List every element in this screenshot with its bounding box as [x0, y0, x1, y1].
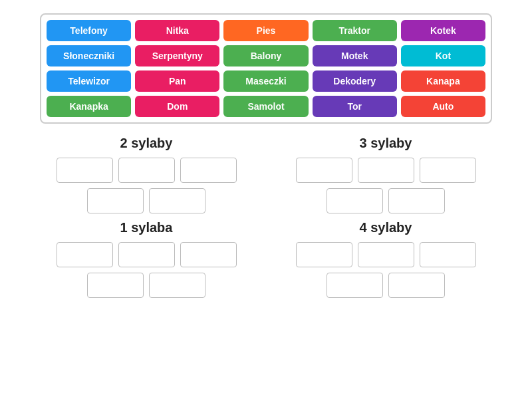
drop-slot[interactable]: [388, 273, 445, 298]
word-tile[interactable]: Auto: [401, 96, 485, 117]
drop-slot[interactable]: [388, 188, 445, 213]
drop-slot[interactable]: [327, 273, 383, 298]
drop-slot[interactable]: [118, 242, 175, 267]
drop-slot[interactable]: [180, 158, 237, 183]
drop-row: [40, 242, 253, 267]
drop-slot[interactable]: [296, 158, 352, 183]
word-tile[interactable]: Motek: [313, 45, 397, 66]
category-title-1sylaba: 1 sylaba: [120, 220, 173, 235]
word-tile[interactable]: Nitka: [135, 20, 219, 41]
word-tile[interactable]: Samolot: [223, 96, 308, 117]
category-2sylaby: 2 sylaby: [40, 136, 253, 213]
word-tile[interactable]: Maseczki: [223, 70, 308, 92]
word-tile[interactable]: Telewizor: [47, 70, 131, 92]
drop-slot[interactable]: [420, 158, 476, 183]
category-title-3sylaby: 3 sylaby: [360, 136, 412, 151]
word-tile[interactable]: Traktor: [313, 20, 397, 41]
drop-rows-3sylaby: [279, 158, 492, 213]
category-4sylaby: 4 sylaby: [279, 220, 492, 298]
drop-slot[interactable]: [118, 158, 175, 183]
drop-rows-1sylaba: [40, 242, 253, 298]
drop-slot[interactable]: [87, 273, 144, 298]
category-title-4sylaby: 4 sylaby: [360, 220, 412, 235]
drop-row: [279, 242, 492, 267]
drop-rows-2sylaby: [40, 158, 253, 213]
word-tile[interactable]: Kot: [401, 45, 485, 66]
word-tile[interactable]: Telefony: [47, 20, 131, 41]
word-tile[interactable]: Dekodery: [313, 70, 397, 92]
drop-row: [279, 188, 492, 213]
drop-row: [40, 158, 253, 183]
drop-row: [40, 273, 253, 298]
category-title-2sylaby: 2 sylaby: [120, 136, 173, 151]
drop-row: [279, 273, 492, 298]
drop-slot[interactable]: [180, 242, 237, 267]
word-tile[interactable]: Kanapa: [401, 70, 485, 92]
drop-slot[interactable]: [327, 188, 383, 213]
word-bank: TelefonyNitkaPiesTraktorKotekSłoneczniki…: [40, 13, 492, 124]
categories-area: 2 sylaby3 sylaby1 sylaba4 sylaby: [40, 136, 492, 298]
drop-slot[interactable]: [358, 158, 414, 183]
word-tile[interactable]: Pan: [135, 70, 219, 92]
word-tile[interactable]: Pies: [223, 20, 308, 41]
drop-row: [40, 188, 253, 213]
word-tile[interactable]: Dom: [135, 96, 219, 117]
drop-rows-4sylaby: [279, 242, 492, 298]
word-tile[interactable]: Słoneczniki: [47, 45, 131, 66]
drop-slot[interactable]: [358, 242, 414, 267]
drop-slot[interactable]: [57, 158, 113, 183]
word-tile[interactable]: Serpentyny: [135, 45, 219, 66]
drop-row: [279, 158, 492, 183]
word-tile[interactable]: Kotek: [401, 20, 485, 41]
word-tile[interactable]: Tor: [313, 96, 397, 117]
category-1sylaba: 1 sylaba: [40, 220, 253, 298]
category-3sylaby: 3 sylaby: [279, 136, 492, 213]
word-tile[interactable]: Balony: [223, 45, 308, 66]
drop-slot[interactable]: [57, 242, 113, 267]
drop-slot[interactable]: [87, 188, 144, 213]
drop-slot[interactable]: [420, 242, 476, 267]
word-tile[interactable]: Kanapka: [47, 96, 131, 117]
drop-slot[interactable]: [296, 242, 352, 267]
drop-slot[interactable]: [149, 188, 205, 213]
drop-slot[interactable]: [149, 273, 205, 298]
